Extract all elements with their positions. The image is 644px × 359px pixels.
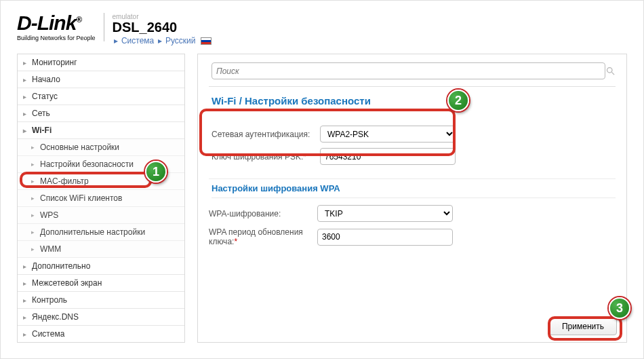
chevron-right-icon: ▸ [23, 314, 26, 321]
logo-text: D-Link® [17, 13, 96, 33]
auth-settings-block: Сетевая аутентификация: WPA2-PSK Ключ ши… [209, 116, 616, 179]
chevron-right-icon: ▸ [31, 246, 35, 252]
sidebar-item-label: Основные настройки [40, 143, 119, 152]
sidebar-item-label: Система [32, 329, 64, 339]
chevron-right-icon: ▸ [31, 212, 35, 219]
search-input[interactable] [212, 62, 605, 79]
callout-2: 2 [447, 90, 469, 111]
sidebar-item-extra[interactable]: ▸ Дополнительно [18, 258, 184, 275]
chevron-right-icon: ▸ [23, 59, 26, 67]
sidebar-item-label: Яндекс.DNS [32, 312, 79, 322]
wpa-rekey-label: WPA период обновления ключа:* [209, 227, 317, 246]
chevron-right-icon: ▸ [23, 297, 26, 304]
wpa-enc-label: WPA-шифрование: [209, 209, 317, 219]
chevron-right-icon: ▸ [31, 178, 35, 185]
sidebar-sub-wps[interactable]: ▸ WPS [18, 207, 184, 224]
callout-1: 1 [145, 161, 167, 183]
sidebar-item-start[interactable]: ▸ Начало [18, 71, 184, 88]
psk-label: Ключ шифрования PSK:* [212, 152, 320, 162]
sidebar-item-label: Список WiFi клиентов [40, 193, 122, 203]
chevron-right-icon: ▸ [23, 263, 26, 270]
chevron-right-icon: ▸ [23, 76, 26, 83]
header: D-Link® Building Networks for People emu… [17, 13, 627, 45]
sidebar-sub-basic[interactable]: ▸ Основные настройки [18, 139, 184, 156]
sidebar-sub-advanced[interactable]: ▸ Дополнительные настройки [18, 224, 184, 241]
chevron-right-icon: ▸ [31, 144, 35, 151]
apply-button[interactable]: Применить [549, 318, 617, 335]
search-row [209, 61, 616, 87]
sidebar-item-control[interactable]: ▸ Контроль [18, 292, 184, 309]
wpa-enc-select[interactable]: TKIP [317, 205, 453, 222]
chevron-right-icon: ▸ [31, 229, 35, 235]
wpa-section-title: Настройки шифрования WPA [212, 183, 616, 198]
sidebar-item-system[interactable]: ▸ Система [18, 326, 184, 342]
sidebar-item-label: WMM [40, 244, 61, 254]
svg-line-1 [611, 72, 614, 75]
sidebar-item-network[interactable]: ▸ Сеть [18, 105, 184, 122]
sidebar-item-label: WPS [40, 210, 58, 220]
auth-select[interactable]: WPA2-PSK [320, 126, 456, 143]
sidebar-item-label: Межсетевой экран [32, 278, 102, 288]
crumb-system[interactable]: Система [121, 36, 154, 45]
sidebar-sub-clients[interactable]: ▸ Список WiFi клиентов [18, 190, 184, 207]
sidebar-item-label: Статус [32, 92, 58, 101]
sidebar-item-label: Мониторинг [32, 58, 77, 67]
chevron-right-icon: ▸ [23, 280, 26, 287]
sidebar: ▸ Мониторинг ▸ Начало ▸ Статус ▸ Сеть ▸ … [17, 54, 185, 343]
breadcrumb: ▸ Система ▸ Русский [113, 36, 212, 45]
auth-label: Сетевая аутентификация: [212, 130, 320, 139]
callout-3: 3 [609, 297, 630, 319]
crumb-language[interactable]: Русский [165, 36, 196, 45]
content-panel: Wi-Fi / Настройки безопасности Сетевая а… [197, 54, 627, 343]
sidebar-item-label: Сеть [32, 109, 50, 118]
svg-point-0 [607, 68, 613, 73]
wpa-rekey-input[interactable] [317, 229, 453, 246]
chevron-right-icon: ▸ [114, 36, 118, 45]
chevron-right-icon: ▸ [23, 127, 26, 134]
chevron-right-icon: ▸ [23, 330, 26, 338]
sidebar-item-status[interactable]: ▸ Статус [18, 88, 184, 105]
sidebar-item-label: Контроль [32, 295, 67, 305]
chevron-right-icon: ▸ [158, 36, 162, 45]
sidebar-item-wifi[interactable]: ▸ Wi-Fi [18, 122, 184, 139]
logo-block: D-Link® Building Networks for People [17, 13, 104, 41]
sidebar-item-firewall[interactable]: ▸ Межсетевой экран [18, 275, 184, 292]
sidebar-item-label: Начало [32, 75, 60, 84]
page-title: Wi-Fi / Настройки безопасности [212, 95, 616, 107]
model-block: emulator DSL_2640 ▸ Система ▸ Русский [113, 13, 212, 45]
sidebar-item-label: Wi-Fi [32, 126, 52, 135]
logo-subtitle: Building Networks for People [17, 35, 96, 41]
chevron-right-icon: ▸ [23, 93, 26, 100]
flag-ru-icon [201, 37, 212, 45]
chevron-right-icon: ▸ [31, 161, 35, 168]
chevron-right-icon: ▸ [31, 195, 35, 202]
sidebar-item-monitoring[interactable]: ▸ Мониторинг [18, 54, 184, 71]
psk-input[interactable] [320, 148, 456, 165]
sidebar-item-label: Настройки безопасности [40, 159, 134, 169]
sidebar-sub-wmm[interactable]: ▸ WMM [18, 241, 184, 258]
model-name: DSL_2640 [113, 20, 212, 34]
sidebar-item-label: Дополнительные настройки [40, 227, 145, 237]
sidebar-item-label: MAC-фильтр [40, 176, 89, 186]
search-icon[interactable] [605, 66, 616, 76]
sidebar-item-yandexdns[interactable]: ▸ Яндекс.DNS [18, 309, 184, 326]
chevron-right-icon: ▸ [23, 110, 26, 117]
sidebar-item-label: Дополнительно [32, 261, 90, 271]
